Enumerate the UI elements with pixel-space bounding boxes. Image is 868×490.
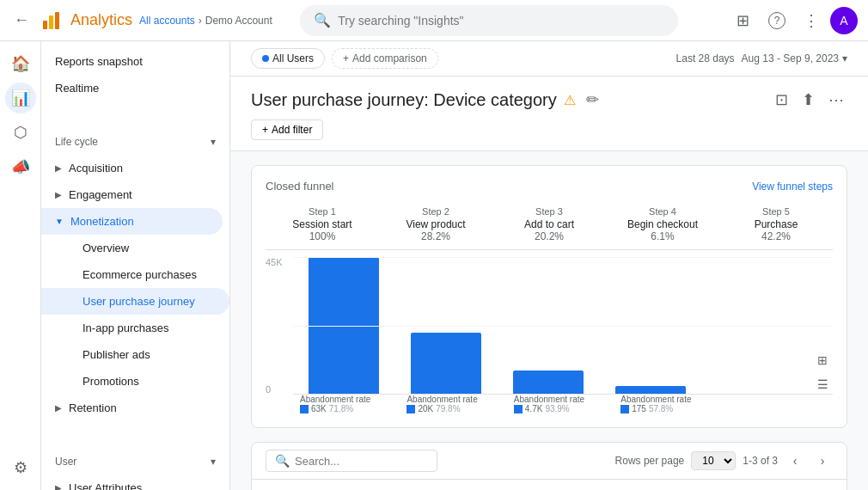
chevron-right-icon-2: ▶ [55,190,62,199]
edit-icon-btn[interactable]: ✏ [583,87,602,113]
realtime-item[interactable]: Realtime [41,75,229,101]
search-input[interactable] [338,14,664,28]
edit-icon: ✏ [586,91,599,108]
add-filter-label: Add filter [272,124,312,136]
step-3-name: Add to cart [492,218,606,230]
lifecycle-section: Life cycle ▾ ▶ Acquisition ▶ Engagement … [41,122,229,428]
avatar[interactable]: A [830,7,858,34]
monetization-item[interactable]: ▼ Monetization [41,208,223,235]
abandon-2: Abandonment rate 20K 79.8% [406,395,511,413]
col-device-header[interactable]: Device category ▼ [286,480,392,490]
table-search[interactable]: 🔍 [266,450,437,472]
back-button[interactable]: ← [10,8,33,33]
step-1: Step 1 Session start 100% [266,206,379,242]
table-search-input[interactable] [295,455,428,468]
bar-2 [411,333,481,395]
publisher-ads-item[interactable]: Publisher ads [41,341,229,368]
bar-col-3 [498,257,598,395]
help-button[interactable]: ? [761,5,792,36]
engagement-item[interactable]: ▶ Engagement [41,181,229,208]
step-5: Step 5 Purchase 42.2% [719,206,833,242]
user-collapse-icon: ▾ [211,456,216,468]
y-label-bot: 0 [266,384,286,395]
col-checkout-header[interactable]: 4. Begin checkout (User count) [662,480,765,490]
step-3-pct: 20.2% [492,230,606,242]
prev-page-button[interactable]: ‹ [785,450,805,471]
abandon-5-empty [728,395,833,413]
save-report-button[interactable]: ⊡ [772,87,792,113]
lifecycle-header[interactable]: Life cycle ▾ [41,129,229,155]
settings-icon-btn[interactable]: ⚙ [5,452,36,483]
step-5-name: Purchase [719,218,833,230]
overview-item[interactable]: Overview [41,235,229,261]
explore-icon-btn[interactable]: ⬡ [5,117,36,148]
abandon-1-dot [300,405,309,413]
reports-icon-btn[interactable]: 📊 [5,83,36,113]
abandon-1: Abandonment rate 63K 71.8% [300,395,405,413]
col-view-header[interactable]: 2. View product (User count) [486,480,578,490]
rows-per-page-select[interactable]: 10 25 50 [691,451,736,470]
plus-icon: + [343,52,349,64]
chart-list-button[interactable]: ☰ [812,374,833,395]
abandon-1-label: Abandonment rate [300,395,405,404]
abandon-4-pct: 57.8% [649,404,673,413]
step-3-num: Step 3 [492,206,606,217]
rows-per-page: Rows per page 10 25 50 1-3 of 3 ‹ › [615,450,833,471]
apps-button[interactable]: ⊞ [727,5,758,36]
more-options-button[interactable]: ⋯ [825,87,847,113]
advertising-icon-btn[interactable]: 📣 [5,151,36,182]
in-app-item[interactable]: In-app purchases [41,315,229,341]
chart-expand-button[interactable]: ⊞ [812,350,833,371]
rows-per-page-label: Rows per page [615,455,685,467]
step-2-name: View product [379,218,492,230]
explore-icon: ⬡ [14,123,28,142]
abandon-1-pct: 71.8% [329,404,353,413]
search-bar[interactable]: 🔍 [300,5,678,36]
ecommerce-item[interactable]: Ecommerce purchases [41,261,229,288]
abandon-4-dot [620,405,629,413]
col-cart-header[interactable]: 3. Add to cart (User count) [578,480,662,490]
top-right-icons: ⊞ ? ⋮ A [727,5,858,36]
step-2-num: Step 2 [379,206,492,217]
page-header: User purchase journey: Device category ⚠… [230,77,868,113]
reports-snapshot-item[interactable]: Reports snapshot [41,48,229,75]
apps-icon: ⊞ [737,11,749,30]
step-1-pct: 100% [266,230,379,242]
bar-4 [615,386,686,395]
date-value: Aug 13 - Sep 9, 2023 [742,52,839,64]
user-purchase-item[interactable]: User purchase journey [41,288,229,315]
add-comparison-button[interactable]: + Add comparison [332,48,438,69]
all-users-chip[interactable]: All Users [251,48,325,69]
more-button[interactable]: ⋮ [796,5,827,36]
step-1-name: Session start [266,218,379,230]
chart-container: Closed funnel View funnel steps Step 1 S… [251,165,847,428]
chevron-right-icon: ▶ [55,163,62,173]
page-title: User purchase journey: Device category [251,90,557,110]
all-accounts-link[interactable]: All accounts [139,15,195,27]
user-header[interactable]: User ▾ [41,449,229,475]
table-search-icon: 🔍 [275,454,290,468]
date-range-selector[interactable]: Last 28 days Aug 13 - Sep 9, 2023 ▾ [676,52,847,64]
col-session-header[interactable]: 1. Session start (User count) [392,480,486,490]
chevron-right-icon-3: ▶ [55,403,62,413]
add-comparison-label: Add comparison [352,52,427,64]
chart-right-icons: ⊞ ☰ [805,350,833,395]
funnel-steps-header: Step 1 Session start 100% Step 2 View pr… [266,206,833,250]
retention-item[interactable]: ▶ Retention [41,395,229,421]
home-icon-btn[interactable]: 🏠 [5,48,36,79]
sidebar-icons: 🏠 📊 ⬡ 📣 ⚙ [0,41,41,490]
share-button[interactable]: ⬆ [798,87,818,113]
segment-filter-bar: All Users + Add comparison Last 28 days … [230,41,868,77]
next-page-button[interactable]: › [812,450,833,471]
abandon-4-count: 175 [632,404,646,413]
user-attributes-item[interactable]: ▶ User Attributes [41,475,229,490]
add-filter-button[interactable]: + Add filter [251,119,323,140]
acquisition-item[interactable]: ▶ Acquisition [41,155,229,181]
view-funnel-link[interactable]: View funnel steps [752,181,833,193]
step-4-num: Step 4 [606,206,719,217]
closed-funnel-label: Closed funnel [266,180,334,193]
col-purchase-header[interactable]: 5. Purchase (User count) [766,480,847,490]
promotions-item[interactable]: Promotions [41,368,229,395]
abandon-4-label: Abandonment rate [620,395,725,404]
abandon-3-pct: 93.9% [545,404,569,413]
